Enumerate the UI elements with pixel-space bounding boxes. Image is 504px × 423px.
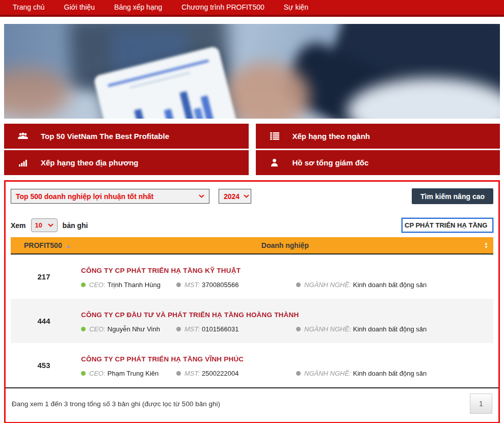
chevron-down-icon	[48, 223, 54, 227]
industry-label: NGÀNH NGHỀ:	[304, 281, 351, 289]
page-length-select[interactable]: 10	[31, 218, 58, 232]
filter-row: Top 500 doanh nghiệp lợi nhuận tốt nhất …	[11, 188, 493, 204]
rank-cell: 444	[11, 317, 77, 325]
mst-label: MST:	[184, 281, 200, 289]
table-row[interactable]: 453 CÔNG TY CP PHÁT TRIỂN HẠ TẦNG VĨNH P…	[11, 343, 493, 387]
table-footer: Đang xem 1 đến 3 trong tổng số 3 bản ghi…	[6, 387, 498, 419]
nav-item-events[interactable]: Sự kiện	[274, 0, 318, 15]
bar-chart-icon	[17, 159, 29, 166]
mst-label: MST:	[184, 325, 200, 333]
page-length-row: Xem 10 bản ghi	[11, 218, 493, 233]
company-name-link[interactable]: CÔNG TY CP ĐẦU TƯ VÀ PHÁT TRIỂN HẠ TẦNG …	[81, 311, 489, 319]
rank-cell: 453	[11, 361, 77, 370]
search-input[interactable]	[402, 218, 493, 233]
quick-link-label: Top 50 VietNam The Best Profitable	[41, 132, 169, 140]
ceo-dot-icon	[81, 327, 86, 331]
profit500-page: Trang chủ Giới thiệu Bảng xếp hạng Chươn…	[0, 0, 504, 423]
length-prefix-label: Xem	[11, 221, 26, 230]
sort-asc-icon: ▲	[66, 243, 71, 249]
page-length-value: 10	[35, 221, 42, 229]
quick-link-label: Hồ sơ tổng giám đốc	[293, 158, 369, 167]
industry-dot-icon	[296, 283, 301, 287]
quick-link-ceo-profile[interactable]: Hồ sơ tổng giám đốc	[256, 150, 500, 175]
nav-item-home[interactable]: Trang chủ	[3, 0, 55, 15]
table-row[interactable]: 217 CÔNG TY CP PHÁT TRIỂN HẠ TẦNG KỸ THU…	[11, 255, 493, 299]
mst-label: MST:	[184, 370, 200, 377]
person-icon	[269, 159, 280, 166]
industry-label: NGÀNH NGHỀ:	[304, 370, 351, 377]
ceo-dot-icon	[81, 283, 86, 287]
ceo-value: Nguyễn Như Vinh	[108, 325, 160, 333]
users-icon	[17, 132, 29, 140]
ceo-value: Phạm Trung Kiên	[108, 370, 158, 377]
ranking-select-value: Top 500 doanh nghiệp lợi nhuận tốt nhất	[16, 192, 153, 201]
quick-link-label: Xếp hạng theo địa phương	[41, 158, 139, 167]
list-icon	[269, 132, 280, 140]
ranking-select[interactable]: Top 500 doanh nghiệp lợi nhuận tốt nhất	[11, 189, 209, 204]
nav-item-about[interactable]: Giới thiệu	[55, 0, 105, 15]
industry-dot-icon	[296, 327, 301, 331]
pagination-page-1-button[interactable]: 1	[470, 393, 492, 414]
rank-cell: 217	[11, 272, 77, 281]
ranking-panel: Top 500 doanh nghiệp lợi nhuận tốt nhất …	[4, 180, 500, 423]
quick-link-by-region[interactable]: Xếp hạng theo địa phương	[4, 150, 249, 175]
ceo-label: CEO:	[89, 325, 105, 333]
ceo-label: CEO:	[89, 370, 105, 377]
advanced-search-button[interactable]: Tìm kiếm nâng cao	[412, 188, 493, 204]
company-name-link[interactable]: CÔNG TY CP PHÁT TRIỂN HẠ TẦNG VĨNH PHÚC	[81, 355, 489, 363]
industry-value: Kinh doanh bất động sản	[353, 370, 427, 377]
quick-link-top50[interactable]: Top 50 VietNam The Best Profitable	[4, 124, 249, 149]
year-select[interactable]: 2024	[219, 189, 251, 204]
mst-value: 2500222004	[202, 370, 238, 377]
industry-label: NGÀNH NGHỀ:	[304, 325, 351, 333]
quick-links: Top 50 VietNam The Best Profitable Xếp h…	[4, 124, 500, 175]
mst-dot-icon	[176, 327, 181, 331]
chevron-down-icon	[199, 194, 204, 198]
ceo-value: Trịnh Thanh Hùng	[108, 281, 161, 289]
ceo-label: CEO:	[89, 281, 105, 289]
nav-item-ranking[interactable]: Bảng xếp hạng	[104, 0, 172, 15]
industry-value: Kinh doanh bất động sản	[353, 281, 427, 289]
header-rank-column[interactable]: PROFIT500▲	[11, 241, 77, 249]
sort-both-icon: ▲▼	[484, 242, 488, 249]
mst-dot-icon	[176, 283, 181, 287]
top-nav: Trang chủ Giới thiệu Bảng xếp hạng Chươn…	[0, 0, 504, 17]
industry-value: Kinh doanh bất động sản	[353, 325, 427, 333]
table-row[interactable]: 444 CÔNG TY CP ĐẦU TƯ VÀ PHÁT TRIỂN HẠ T…	[11, 299, 493, 343]
nav-item-program[interactable]: Chương trình PROFIT500	[172, 0, 274, 15]
industry-dot-icon	[296, 371, 301, 376]
records-info: Đang xem 1 đến 3 trong tổng số 3 bản ghi…	[12, 400, 220, 408]
header-company-column[interactable]: Doanh nghiệp	[77, 241, 493, 249]
ceo-dot-icon	[81, 371, 86, 376]
quick-link-by-industry[interactable]: Xếp hạng theo ngành	[256, 124, 500, 149]
mst-value: 3700805566	[202, 281, 238, 289]
mst-dot-icon	[176, 371, 181, 376]
mst-value: 0101566031	[202, 325, 238, 333]
hero-banner-image	[4, 24, 500, 119]
length-suffix-label: bản ghi	[63, 221, 88, 230]
year-select-value: 2024	[224, 192, 240, 201]
ranking-table: PROFIT500▲ Doanh nghiệp ▲▼ 217 CÔNG TY C…	[11, 237, 493, 419]
quick-link-label: Xếp hạng theo ngành	[293, 132, 370, 140]
company-name-link[interactable]: CÔNG TY CP PHÁT TRIỂN HẠ TẦNG KỸ THUẬT	[81, 267, 489, 274]
chevron-down-icon	[244, 194, 249, 198]
table-header: PROFIT500▲ Doanh nghiệp ▲▼	[11, 237, 493, 255]
